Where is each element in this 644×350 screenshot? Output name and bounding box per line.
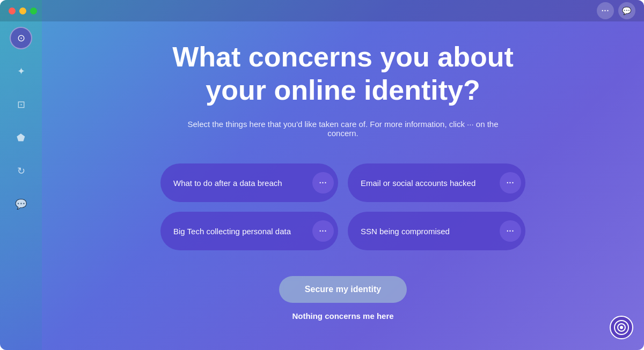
title-bar: ··· 💬 — [0, 0, 644, 21]
secure-identity-button[interactable]: Secure my identity — [279, 276, 407, 303]
option-big-tech-label: Big Tech collecting personal data — [173, 227, 308, 236]
option-ssn-label: SSN being compromised — [361, 227, 495, 236]
sparkle-icon: ✦ — [17, 65, 25, 77]
sidebar-item-refresh[interactable]: ↻ — [10, 160, 32, 182]
minimize-button[interactable] — [19, 8, 26, 14]
more-ssn-button[interactable]: ··· — [500, 220, 521, 242]
avatar-inner — [614, 320, 629, 335]
chat-icon: 💬 — [15, 198, 27, 210]
page-subtitle: Select the things here that you'd like t… — [182, 120, 504, 138]
sidebar-item-chat[interactable]: 💬 — [10, 193, 32, 215]
monitor-icon: ⊡ — [17, 99, 25, 110]
svg-point-1 — [620, 326, 623, 329]
traffic-lights — [9, 8, 37, 14]
sidebar-item-monitor[interactable]: ⊡ — [10, 93, 32, 116]
option-social-hacked[interactable]: Email or social accounts hacked ··· — [348, 163, 525, 202]
shield-icon: ⬟ — [17, 132, 25, 144]
options-grid: What to do after a data breach ··· Email… — [160, 163, 525, 250]
option-data-breach[interactable]: What to do after a data breach ··· — [160, 163, 338, 202]
avatar[interactable] — [610, 316, 633, 339]
page-title: What concerns you about your online iden… — [155, 40, 531, 107]
option-ssn[interactable]: SSN being compromised ··· — [348, 212, 525, 250]
option-data-breach-label: What to do after a data breach — [173, 178, 308, 188]
maximize-button[interactable] — [30, 8, 37, 14]
nothing-concerns-link[interactable]: Nothing concerns me here — [292, 311, 393, 321]
more-big-tech-button[interactable]: ··· — [312, 220, 334, 242]
sidebar-item-shield[interactable]: ⬟ — [10, 126, 32, 149]
avatar-icon — [617, 323, 626, 332]
more-data-breach-button[interactable]: ··· — [312, 172, 334, 193]
sidebar: ⊙ ✦ ⊡ ⬟ ↻ 💬 — [0, 0, 42, 350]
app-window: ··· 💬 ⊙ ✦ ⊡ ⬟ ↻ 💬 What concerns you abou… — [0, 0, 644, 350]
sidebar-item-sparkle[interactable]: ✦ — [10, 60, 32, 83]
identity-icon: ⊙ — [17, 32, 25, 44]
refresh-icon: ↻ — [17, 165, 25, 177]
close-button[interactable] — [9, 8, 16, 14]
chat-button[interactable]: 💬 — [618, 2, 635, 19]
main-content: What concerns you about your online iden… — [42, 21, 644, 350]
sidebar-item-identity[interactable]: ⊙ — [10, 27, 32, 49]
more-social-hacked-button[interactable]: ··· — [500, 172, 521, 193]
title-bar-actions: ··· 💬 — [597, 2, 635, 19]
option-social-hacked-label: Email or social accounts hacked — [361, 178, 495, 188]
option-big-tech[interactable]: Big Tech collecting personal data ··· — [160, 212, 338, 250]
more-options-button[interactable]: ··· — [597, 2, 614, 19]
